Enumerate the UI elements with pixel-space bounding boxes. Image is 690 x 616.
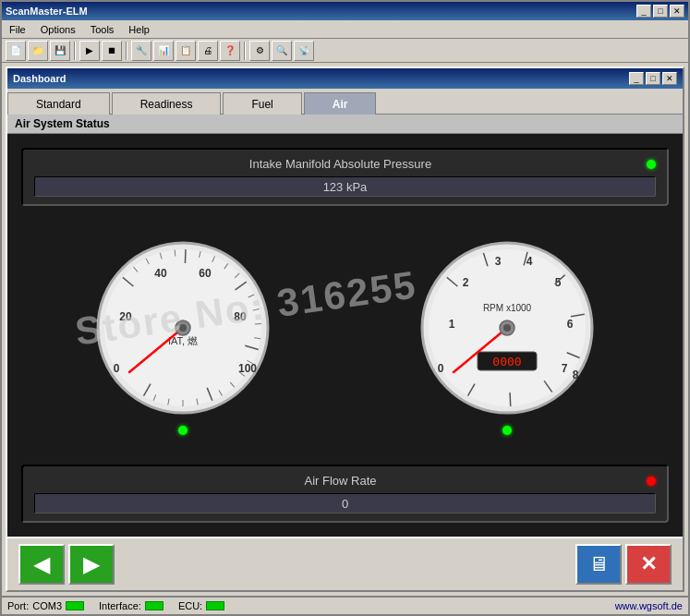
toolbar: 📄 📁 💾 ▶ ⏹ 🔧 📊 📋 🖨 ❓ ⚙ 🔍 📡 [2,39,688,63]
pressure-value: 123 kPa [323,180,368,194]
nav-buttons-left: ◀ ▶ [18,544,115,585]
svg-text:20: 20 [120,310,133,323]
toolbar-btn-8[interactable]: 📋 [176,41,196,61]
toolbar-btn-4[interactable]: ▶ [79,41,100,61]
svg-text:0000: 0000 [492,355,521,368]
rpm-gauge-container: 0 1 2 3 4 5 6 [415,236,599,435]
pressure-bar-container: Intake Manifold Absolute Pressure 123 kP… [21,148,669,206]
exit-button[interactable]: ✕ [625,544,672,585]
svg-text:0: 0 [114,362,120,375]
toolbar-btn-2[interactable]: 📁 [28,41,48,61]
toolbar-sep-2 [126,42,127,60]
maximize-button[interactable]: □ [653,5,668,18]
airflow-label-text: Air Flow Rate [34,474,647,488]
menu-options[interactable]: Options [37,22,79,37]
outer-title-text: ScanMaster-ELM [6,6,88,17]
monitor-button[interactable]: 🖥 [575,544,622,585]
close-icon: ✕ [640,552,657,576]
tab-fuel[interactable]: Fuel [223,92,301,115]
iat-indicator [178,426,188,435]
toolbar-btn-11[interactable]: ⚙ [249,41,270,61]
svg-text:40: 40 [155,267,168,280]
menu-file[interactable]: File [6,22,30,37]
tabs-container: Standard Readiness Fuel Air [7,89,683,115]
status-bar: Port: COM3 Interface: ECU: www.wgsoft.de [2,596,688,614]
dashboard-close[interactable]: ✕ [662,72,677,85]
svg-text:3: 3 [494,255,501,268]
interface-indicator [145,601,163,610]
toolbar-sep-1 [74,42,76,60]
pressure-value-bar: 123 kPa [34,176,656,197]
port-value: COM3 [32,600,62,611]
toolbar-sep-3 [244,42,246,60]
outer-window: ScanMaster-ELM _ □ ✕ File Options Tools … [0,0,690,616]
dashboard-title: Dashboard [13,73,66,84]
airflow-value: 0 [342,497,348,511]
status-interface: Interface: [99,600,163,611]
status-port: Port: COM3 [7,600,84,611]
dashboard-minimize[interactable]: _ [629,72,644,85]
svg-text:1: 1 [448,318,454,331]
pressure-label-text: Intake Manifold Absolute Pressure [34,157,647,171]
iat-gauge-container: 0 20 40 60 80 100 [91,236,275,435]
menu-bar: File Options Tools Help [2,20,688,39]
tab-air[interactable]: Air [304,92,377,115]
toolbar-btn-5[interactable]: ⏹ [102,41,122,61]
svg-line-59 [510,393,511,406]
outer-win-controls: _ □ ✕ [636,5,684,18]
toolbar-btn-3[interactable]: 💾 [50,41,70,61]
toolbar-btn-13[interactable]: 📡 [294,41,314,61]
pressure-green-indicator [647,160,656,169]
menu-tools[interactable]: Tools [87,22,118,37]
port-label: Port: [7,600,29,611]
tab-readiness[interactable]: Readiness [112,92,222,115]
airflow-red-indicator [647,477,656,486]
main-content: Intake Manifold Absolute Pressure 123 kP… [7,134,683,537]
airflow-value-bar: 0 [34,493,656,513]
airflow-bar-container: Air Flow Rate 0 [21,465,669,523]
toolbar-btn-6[interactable]: 🔧 [131,41,151,61]
outer-title-bar: ScanMaster-ELM _ □ ✕ [2,2,688,20]
svg-text:6: 6 [566,318,573,331]
monitor-icon: 🖥 [588,552,609,576]
ecu-indicator [206,601,224,610]
website-link: www.wgsoft.de [615,600,683,611]
minimize-button[interactable]: _ [636,5,651,18]
svg-line-10 [186,249,187,263]
dashboard-window: Dashboard _ □ ✕ Standard Readiness Fuel … [6,66,684,592]
pressure-label-row: Intake Manifold Absolute Pressure [34,157,656,171]
port-indicator [66,601,84,610]
svg-point-63 [503,324,511,332]
interface-label: Interface: [99,600,141,611]
toolbar-btn-9[interactable]: 🖨 [198,41,218,61]
forward-button[interactable]: ▶ [68,544,115,585]
back-button[interactable]: ◀ [18,544,65,585]
svg-text:0: 0 [437,362,443,375]
svg-text:60: 60 [200,267,212,280]
toolbar-btn-7[interactable]: 📊 [153,41,174,61]
section-header: Air System Status [7,115,683,134]
tab-standard[interactable]: Standard [7,92,110,115]
menu-help[interactable]: Help [125,22,153,37]
svg-text:80: 80 [235,310,248,323]
gauges-row: 0 20 40 60 80 100 [21,215,669,455]
toolbar-btn-12[interactable]: 🔍 [272,41,292,61]
ecu-label: ECU: [178,600,202,611]
airflow-label-row: Air Flow Rate [34,474,656,488]
svg-point-37 [179,324,187,332]
back-icon: ◀ [33,551,50,577]
iat-gauge: 0 20 40 60 80 100 [91,236,275,420]
svg-text:7: 7 [561,362,567,375]
svg-text:4: 4 [526,255,532,268]
toolbar-btn-1[interactable]: 📄 [6,41,26,61]
rpm-gauge: 0 1 2 3 4 5 6 [415,236,599,420]
rpm-indicator [502,426,512,435]
toolbar-btn-10[interactable]: ❓ [220,41,240,61]
svg-text:RPM x1000: RPM x1000 [483,303,532,313]
status-ecu: ECU: [178,600,224,611]
dashboard-title-bar: Dashboard _ □ ✕ [7,68,683,89]
forward-icon: ▶ [83,551,100,577]
svg-text:2: 2 [462,276,468,289]
close-outer-button[interactable]: ✕ [670,5,684,18]
dashboard-maximize[interactable]: □ [646,72,660,85]
